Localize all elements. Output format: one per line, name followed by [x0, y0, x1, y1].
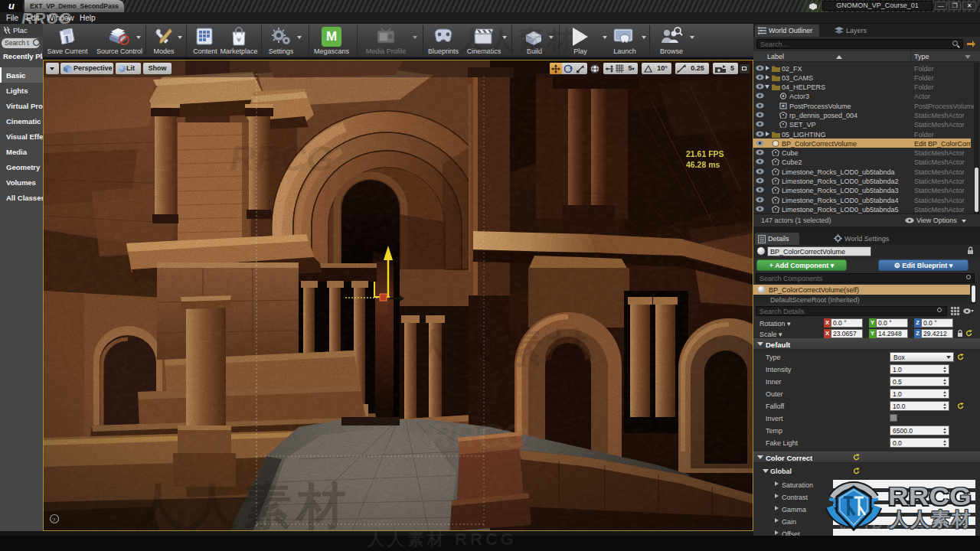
svg-text:?: ? [52, 517, 56, 523]
svg-text:46.28 ms: 46.28 ms [686, 160, 720, 169]
svg-text:21.61 FPS: 21.61 FPS [686, 149, 724, 158]
